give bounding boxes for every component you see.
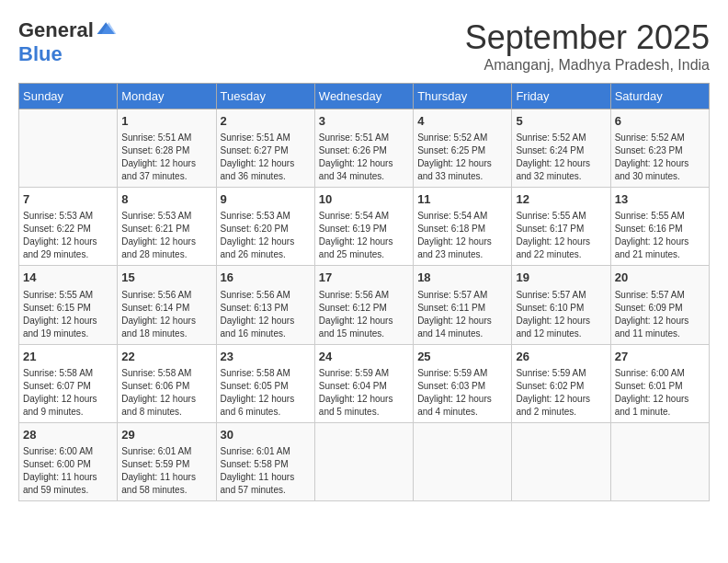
day-info: Sunrise: 5:59 AM Sunset: 6:03 PM Dayligh… — [417, 367, 507, 419]
day-info: Sunrise: 5:52 AM Sunset: 6:23 PM Dayligh… — [615, 132, 705, 183]
calendar-cell — [610, 422, 709, 500]
calendar-cell: 11Sunrise: 5:54 AM Sunset: 6:18 PM Dayli… — [414, 188, 512, 266]
day-number: 20 — [615, 270, 705, 286]
day-number: 29 — [121, 427, 211, 443]
day-info: Sunrise: 6:00 AM Sunset: 6:00 PM Dayligh… — [23, 445, 113, 497]
day-number: 22 — [121, 349, 211, 365]
calendar-cell: 18Sunrise: 5:57 AM Sunset: 6:11 PM Dayli… — [414, 266, 512, 344]
day-number: 7 — [23, 191, 113, 208]
day-info: Sunrise: 5:51 AM Sunset: 6:28 PM Dayligh… — [121, 132, 211, 183]
day-info: Sunrise: 5:55 AM Sunset: 6:16 PM Dayligh… — [615, 210, 705, 261]
calendar-cell: 21Sunrise: 5:58 AM Sunset: 6:07 PM Dayli… — [19, 344, 118, 422]
day-info: Sunrise: 5:59 AM Sunset: 6:02 PM Dayligh… — [516, 367, 606, 419]
calendar-cell: 19Sunrise: 5:57 AM Sunset: 6:10 PM Dayli… — [512, 266, 610, 344]
day-number: 5 — [516, 113, 606, 130]
subtitle: Amanganj, Madhya Pradesh, India — [118, 57, 710, 74]
calendar-cell: 1Sunrise: 5:51 AM Sunset: 6:28 PM Daylig… — [118, 109, 216, 188]
calendar-cell: 6Sunrise: 5:52 AM Sunset: 6:23 PM Daylig… — [610, 109, 709, 188]
logo-general-text: General — [18, 18, 94, 42]
day-info: Sunrise: 5:55 AM Sunset: 6:15 PM Dayligh… — [23, 289, 113, 340]
day-number: 16 — [221, 270, 311, 286]
header-sunday: Sunday — [19, 84, 118, 109]
calendar-cell: 13Sunrise: 5:55 AM Sunset: 6:16 PM Dayli… — [610, 188, 709, 266]
calendar-cell: 29Sunrise: 6:01 AM Sunset: 5:59 PM Dayli… — [118, 422, 216, 500]
day-number: 2 — [221, 113, 311, 130]
calendar-cell — [19, 109, 118, 188]
day-info: Sunrise: 5:51 AM Sunset: 6:26 PM Dayligh… — [319, 132, 409, 183]
calendar-cell: 20Sunrise: 5:57 AM Sunset: 6:09 PM Dayli… — [610, 266, 709, 344]
week-row-4: 21Sunrise: 5:58 AM Sunset: 6:07 PM Dayli… — [19, 344, 710, 422]
day-info: Sunrise: 5:51 AM Sunset: 6:27 PM Dayligh… — [221, 132, 311, 183]
week-row-1: 1Sunrise: 5:51 AM Sunset: 6:28 PM Daylig… — [19, 109, 710, 188]
header-row: SundayMondayTuesdayWednesdayThursdayFrid… — [19, 84, 710, 109]
calendar-cell: 2Sunrise: 5:51 AM Sunset: 6:27 PM Daylig… — [216, 109, 314, 188]
calendar-cell: 14Sunrise: 5:55 AM Sunset: 6:15 PM Dayli… — [19, 266, 118, 344]
calendar-cell: 25Sunrise: 5:59 AM Sunset: 6:03 PM Dayli… — [414, 344, 512, 422]
calendar-cell: 27Sunrise: 6:00 AM Sunset: 6:01 PM Dayli… — [610, 344, 709, 422]
day-number: 3 — [319, 113, 409, 130]
calendar-cell: 28Sunrise: 6:00 AM Sunset: 6:00 PM Dayli… — [19, 422, 118, 500]
day-info: Sunrise: 5:58 AM Sunset: 6:07 PM Dayligh… — [23, 367, 113, 419]
calendar-cell — [414, 422, 512, 500]
calendar-cell: 5Sunrise: 5:52 AM Sunset: 6:24 PM Daylig… — [512, 109, 610, 188]
day-info: Sunrise: 5:56 AM Sunset: 6:12 PM Dayligh… — [319, 289, 409, 340]
day-info: Sunrise: 5:52 AM Sunset: 6:24 PM Dayligh… — [516, 132, 606, 183]
calendar-cell: 4Sunrise: 5:52 AM Sunset: 6:25 PM Daylig… — [414, 109, 512, 188]
day-info: Sunrise: 5:53 AM Sunset: 6:21 PM Dayligh… — [121, 210, 211, 261]
calendar-cell: 3Sunrise: 5:51 AM Sunset: 6:26 PM Daylig… — [314, 109, 413, 188]
calendar-cell: 12Sunrise: 5:55 AM Sunset: 6:17 PM Dayli… — [512, 188, 610, 266]
week-row-5: 28Sunrise: 6:00 AM Sunset: 6:00 PM Dayli… — [19, 422, 710, 500]
day-info: Sunrise: 6:00 AM Sunset: 6:01 PM Dayligh… — [615, 367, 705, 419]
day-info: Sunrise: 5:55 AM Sunset: 6:17 PM Dayligh… — [516, 210, 606, 261]
logo: General Blue — [18, 18, 118, 66]
calendar-cell: 17Sunrise: 5:56 AM Sunset: 6:12 PM Dayli… — [314, 266, 413, 344]
calendar-cell: 30Sunrise: 6:01 AM Sunset: 5:58 PM Dayli… — [216, 422, 314, 500]
day-info: Sunrise: 6:01 AM Sunset: 5:58 PM Dayligh… — [221, 445, 311, 497]
calendar-cell: 15Sunrise: 5:56 AM Sunset: 6:14 PM Dayli… — [118, 266, 216, 344]
day-info: Sunrise: 5:56 AM Sunset: 6:14 PM Dayligh… — [121, 289, 211, 340]
week-row-3: 14Sunrise: 5:55 AM Sunset: 6:15 PM Dayli… — [19, 266, 710, 344]
day-info: Sunrise: 5:59 AM Sunset: 6:04 PM Dayligh… — [319, 367, 409, 419]
header-saturday: Saturday — [610, 84, 709, 109]
calendar-cell: 7Sunrise: 5:53 AM Sunset: 6:22 PM Daylig… — [19, 188, 118, 266]
day-info: Sunrise: 5:57 AM Sunset: 6:11 PM Dayligh… — [417, 289, 507, 340]
day-number: 17 — [319, 270, 409, 286]
day-info: Sunrise: 5:53 AM Sunset: 6:22 PM Dayligh… — [23, 210, 113, 261]
calendar-cell: 9Sunrise: 5:53 AM Sunset: 6:20 PM Daylig… — [216, 188, 314, 266]
day-number: 27 — [615, 349, 705, 365]
day-number: 9 — [221, 191, 311, 208]
day-number: 14 — [23, 270, 113, 286]
title-area: September 2025 Amanganj, Madhya Pradesh,… — [118, 18, 710, 74]
logo-icon — [96, 19, 118, 41]
day-number: 24 — [319, 349, 409, 365]
day-info: Sunrise: 5:53 AM Sunset: 6:20 PM Dayligh… — [221, 210, 311, 261]
calendar-cell: 24Sunrise: 5:59 AM Sunset: 6:04 PM Dayli… — [314, 344, 413, 422]
day-info: Sunrise: 5:57 AM Sunset: 6:09 PM Dayligh… — [615, 289, 705, 340]
day-number: 26 — [516, 349, 606, 365]
day-number: 10 — [319, 191, 409, 208]
calendar-cell: 26Sunrise: 5:59 AM Sunset: 6:02 PM Dayli… — [512, 344, 610, 422]
day-info: Sunrise: 5:57 AM Sunset: 6:10 PM Dayligh… — [516, 289, 606, 340]
month-title: September 2025 — [118, 18, 710, 57]
day-number: 21 — [23, 349, 113, 365]
day-number: 23 — [221, 349, 311, 365]
day-info: Sunrise: 5:58 AM Sunset: 6:05 PM Dayligh… — [221, 367, 311, 419]
day-info: Sunrise: 5:58 AM Sunset: 6:06 PM Dayligh… — [121, 367, 211, 419]
calendar-cell: 16Sunrise: 5:56 AM Sunset: 6:13 PM Dayli… — [216, 266, 314, 344]
calendar-cell: 22Sunrise: 5:58 AM Sunset: 6:06 PM Dayli… — [118, 344, 216, 422]
day-number: 12 — [516, 191, 606, 208]
day-number: 19 — [516, 270, 606, 286]
day-number: 13 — [615, 191, 705, 208]
day-number: 28 — [23, 427, 113, 443]
header: General Blue September 2025 Amanganj, Ma… — [18, 18, 710, 74]
day-number: 30 — [221, 427, 311, 443]
header-friday: Friday — [512, 84, 610, 109]
day-info: Sunrise: 5:52 AM Sunset: 6:25 PM Dayligh… — [417, 132, 507, 183]
day-number: 4 — [417, 113, 507, 130]
calendar-cell — [314, 422, 413, 500]
day-info: Sunrise: 5:54 AM Sunset: 6:18 PM Dayligh… — [417, 210, 507, 261]
day-info: Sunrise: 6:01 AM Sunset: 5:59 PM Dayligh… — [121, 445, 211, 497]
day-number: 11 — [417, 191, 507, 208]
logo-blue-text: Blue — [18, 42, 118, 66]
calendar-cell: 10Sunrise: 5:54 AM Sunset: 6:19 PM Dayli… — [314, 188, 413, 266]
